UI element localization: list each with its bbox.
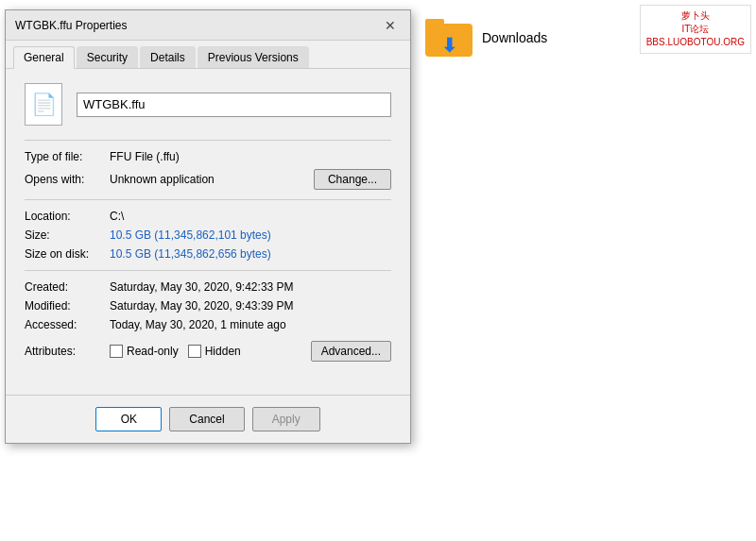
file-type-label: Type of file: <box>25 150 110 163</box>
opens-with-label: Opens with: <box>25 173 110 186</box>
dialog-footer: OK Cancel Apply <box>6 395 410 443</box>
properties-dialog: WTGBK.ffu Properties ✕ General Security … <box>5 9 411 444</box>
opens-with-row: Opens with: Unknown application Change..… <box>25 169 391 190</box>
tabs-bar: General Security Details Previous Versio… <box>6 41 410 69</box>
tab-details[interactable]: Details <box>140 46 196 68</box>
file-type-section: Type of file: FFU File (.ffu) Opens with… <box>25 140 391 190</box>
size-on-disk-label: Size on disk: <box>25 247 110 261</box>
cancel-button[interactable]: Cancel <box>169 407 244 431</box>
file-header: 📄 <box>25 83 391 126</box>
opens-with-value: Unknown application <box>110 173 314 186</box>
dialog-title: WTGBK.ffu Properties <box>15 19 127 32</box>
size-label: Size: <box>25 228 110 242</box>
tab-previous-versions[interactable]: Previous Versions <box>198 46 309 68</box>
downloads-folder-icon: ⬇ <box>425 19 472 57</box>
tab-general[interactable]: General <box>13 46 75 69</box>
created-label: Created: <box>25 280 110 294</box>
downloads-label: Downloads <box>482 30 547 45</box>
size-value: 10.5 GB (11,345,862,101 bytes) <box>110 228 391 242</box>
modified-row: Modified: Saturday, May 30, 2020, 9:43:3… <box>25 299 391 313</box>
modified-label: Modified: <box>25 299 110 313</box>
location-label: Location: <box>25 210 110 223</box>
attributes-label: Attributes: <box>25 345 110 358</box>
created-row: Created: Saturday, May 30, 2020, 9:42:33… <box>25 280 391 294</box>
accessed-value: Today, May 30, 2020, 1 minute ago <box>110 318 391 331</box>
advanced-button[interactable]: Advanced... <box>311 341 391 362</box>
file-icon: 📄 <box>25 83 62 126</box>
file-type-value: FFU File (.ffu) <box>110 150 391 163</box>
file-type-row: Type of file: FFU File (.ffu) <box>25 150 391 163</box>
size-on-disk-value: 10.5 GB (11,345,862,656 bytes) <box>110 247 391 261</box>
hidden-checkbox-group[interactable]: Hidden <box>188 345 241 358</box>
readonly-checkbox-group[interactable]: Read-only <box>110 345 179 358</box>
desktop-area: ⬇ Downloads 萝卜头 IT论坛 BBS.LUOBOTOU.ORG ✓ … <box>416 0 756 541</box>
close-button[interactable]: ✕ <box>380 15 401 36</box>
location-section: Location: C:\ Size: 10.5 GB (11,345,862,… <box>25 199 391 261</box>
dialog-content: 📄 Type of file: FFU File (.ffu) Opens wi… <box>6 69 410 376</box>
tab-security[interactable]: Security <box>77 46 138 68</box>
readonly-label: Read-only <box>127 345 179 358</box>
accessed-label: Accessed: <box>25 318 110 331</box>
size-on-disk-row: Size on disk: 10.5 GB (11,345,862,656 by… <box>25 247 391 261</box>
download-arrow-icon: ⬇ <box>441 33 457 56</box>
size-row: Size: 10.5 GB (11,345,862,101 bytes) <box>25 228 391 242</box>
dates-section: Created: Saturday, May 30, 2020, 9:42:33… <box>25 270 391 331</box>
modified-value: Saturday, May 30, 2020, 9:43:39 PM <box>110 299 391 313</box>
created-value: Saturday, May 30, 2020, 9:42:33 PM <box>110 280 391 294</box>
accessed-row: Accessed: Today, May 30, 2020, 1 minute … <box>25 318 391 331</box>
location-value: C:\ <box>110 210 391 223</box>
attributes-row: Attributes: Read-only Hidden Advanced... <box>25 341 391 362</box>
ok-button[interactable]: OK <box>95 407 162 431</box>
luobotou-logo: 萝卜头 IT论坛 BBS.LUOBOTOU.ORG <box>640 5 751 54</box>
readonly-checkbox[interactable] <box>110 345 123 358</box>
apply-button[interactable]: Apply <box>252 407 320 431</box>
hidden-label: Hidden <box>205 345 241 358</box>
change-button[interactable]: Change... <box>314 169 391 190</box>
attributes-controls: Read-only Hidden Advanced... <box>110 341 391 362</box>
location-row: Location: C:\ <box>25 210 391 223</box>
file-name-input[interactable] <box>77 93 391 117</box>
hidden-checkbox[interactable] <box>188 345 201 358</box>
dialog-titlebar: WTGBK.ffu Properties ✕ <box>6 10 410 41</box>
